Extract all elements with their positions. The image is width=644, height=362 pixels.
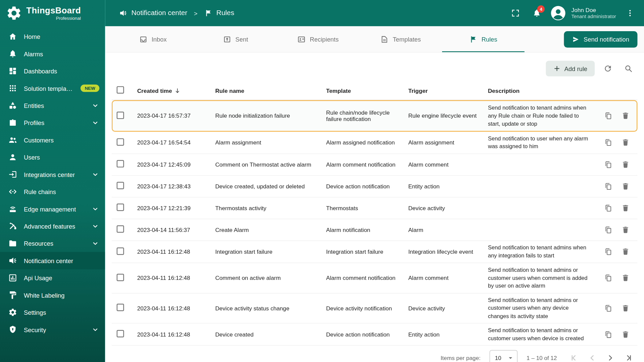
column-template[interactable]: Template [326, 87, 407, 94]
table-row[interactable]: 2023-04-11 16:12:48 Device created Devic… [112, 323, 637, 346]
sidebar-item-dashboards[interactable]: Dashboards [0, 62, 105, 79]
row-checkbox[interactable] [117, 204, 124, 211]
last-page-button[interactable] [620, 350, 637, 362]
delete-rule-button[interactable] [619, 327, 633, 342]
previous-page-button[interactable] [584, 350, 600, 362]
fullscreen-button[interactable] [507, 5, 524, 21]
copy-rule-button[interactable] [601, 109, 615, 123]
select-all-checkbox[interactable] [117, 86, 124, 94]
refresh-button[interactable] [600, 61, 615, 76]
tab-rules[interactable]: Rules [442, 26, 525, 52]
delete-rule-button[interactable] [619, 245, 633, 259]
sidebar-item-solution-templates[interactable]: Solution templates NEW [0, 80, 105, 97]
delete-rule-button[interactable] [619, 271, 633, 285]
delete-rule-button[interactable] [619, 109, 633, 123]
sidebar: ThingsBoard Professional Home Alarms Das… [0, 0, 105, 362]
tab-recipients[interactable]: Recipients [277, 26, 359, 52]
delete-rule-button[interactable] [619, 201, 633, 215]
column-created-time[interactable]: Created time [137, 87, 214, 94]
column-description[interactable]: Description [488, 87, 591, 94]
table-row[interactable]: 2023-04-11 16:12:48 Device activity stat… [112, 293, 637, 323]
row-checkbox[interactable] [117, 226, 124, 233]
sidebar-item-profiles[interactable]: Profiles [0, 114, 105, 131]
breadcrumb-notification-center[interactable]: Notification center [131, 9, 187, 17]
sidebar-item-integrations-center[interactable]: Integrations center [0, 166, 105, 183]
table-row[interactable]: 2023-04-11 16:12:48 Comment on active al… [112, 263, 637, 293]
delete-rule-button[interactable] [619, 135, 633, 149]
copy-rule-button[interactable] [601, 245, 615, 259]
copy-rule-button[interactable] [601, 179, 615, 193]
add-rule-button[interactable]: Add rule [546, 61, 595, 76]
search-icon [624, 64, 633, 73]
next-page-button[interactable] [602, 350, 619, 362]
row-actions [592, 223, 633, 237]
avatar[interactable] [550, 5, 567, 21]
search-button[interactable] [621, 61, 636, 76]
logo[interactable]: ThingsBoard Professional [0, 0, 105, 26]
sidebar-item-rule-chains[interactable]: Rule chains [0, 183, 105, 200]
row-checkbox[interactable] [117, 182, 124, 189]
sidebar-item-advanced-features[interactable]: Advanced features [0, 218, 105, 235]
send-notification-button[interactable]: Send notification [564, 31, 637, 47]
delete-rule-button[interactable] [619, 158, 633, 172]
row-checkbox[interactable] [117, 138, 124, 145]
row-created-time: 2023-04-11 16:12:48 [137, 248, 214, 255]
sidebar-item-alarms[interactable]: Alarms [0, 45, 105, 62]
table-row[interactable]: 2023-04-17 12:45:09 Comment on Thermosta… [112, 154, 637, 176]
row-checkbox[interactable] [117, 160, 124, 168]
sidebar-item-home[interactable]: Home [0, 28, 105, 45]
first-page-button[interactable] [566, 350, 582, 362]
notifications-button[interactable]: 4 [529, 5, 545, 21]
table-row[interactable]: 2023-04-17 12:38:43 Device created, upda… [112, 176, 637, 197]
items-per-page-select[interactable]: 10 [490, 350, 518, 362]
row-checkbox[interactable] [117, 247, 124, 255]
tab-sent[interactable]: Sent [194, 26, 277, 52]
delete-rule-button[interactable] [619, 301, 633, 315]
column-rule-name[interactable]: Rule name [215, 87, 325, 94]
delete-rule-button[interactable] [619, 179, 633, 193]
copy-rule-button[interactable] [601, 223, 615, 237]
row-checkbox[interactable] [117, 274, 124, 281]
table-row[interactable]: 2023-04-17 12:21:39 Thermostats activity… [112, 197, 637, 219]
table-row[interactable]: 2023-04-11 16:12:48 Integration start fa… [112, 241, 637, 263]
column-trigger[interactable]: Trigger [408, 87, 486, 94]
rules-icon [204, 9, 212, 17]
row-description: Send notification to tenant admins or cu… [488, 296, 591, 320]
sidebar-item-security[interactable]: Security [0, 321, 105, 338]
sidebar-item-customers[interactable]: Customers [0, 131, 105, 148]
copy-rule-button[interactable] [601, 327, 615, 342]
sidebar-item-users[interactable]: Users [0, 148, 105, 166]
user-block[interactable]: John Doe Tenant administrator [572, 6, 616, 20]
header-menu-button[interactable] [622, 5, 638, 21]
sidebar-item-label: Profiles [24, 119, 44, 126]
sidebar-item-resources[interactable]: Resources [0, 235, 105, 252]
tab-label: Sent [235, 36, 248, 43]
rules-table-body: 2023-04-17 16:57:37 Rule node initializa… [112, 100, 637, 346]
sidebar-item-api-usage[interactable]: Api Usage [0, 269, 105, 286]
sidebar-item-notification-center[interactable]: Notification center [0, 252, 105, 269]
sidebar-item-edge-management[interactable]: Edge management [0, 200, 105, 218]
copy-rule-button[interactable] [601, 201, 615, 215]
sidebar-item-settings[interactable]: Settings [0, 304, 105, 321]
delete-rule-button[interactable] [619, 223, 633, 237]
row-checkbox[interactable] [117, 304, 124, 311]
sidebar-item-white-labeling[interactable]: White Labeling [0, 287, 105, 304]
breadcrumb-rules[interactable]: Rules [216, 9, 234, 17]
sort-descending-icon [174, 87, 181, 94]
table-row[interactable]: 2023-04-17 16:54:54 Alarm assignment Ala… [112, 132, 637, 154]
table-row[interactable]: 2023-04-14 11:56:37 Create Alarm Alarm n… [112, 219, 637, 241]
table-row[interactable]: 2023-04-17 16:57:37 Rule node initializa… [112, 100, 637, 132]
sidebar-item-entities[interactable]: Entities [0, 97, 105, 114]
row-template-name: Device action notification [326, 331, 407, 338]
copy-rule-button[interactable] [601, 158, 615, 172]
items-per-page-value: 10 [495, 355, 501, 361]
row-checkbox[interactable] [117, 112, 124, 119]
row-checkbox[interactable] [117, 330, 124, 338]
copy-rule-button[interactable] [601, 135, 615, 149]
tab-inbox[interactable]: Inbox [112, 26, 194, 52]
copy-rule-button[interactable] [601, 271, 615, 285]
tab-templates[interactable]: Templates [359, 26, 442, 52]
copy-rule-button[interactable] [601, 301, 615, 315]
recipients-icon [298, 35, 306, 43]
row-checkbox-cell [117, 274, 136, 282]
